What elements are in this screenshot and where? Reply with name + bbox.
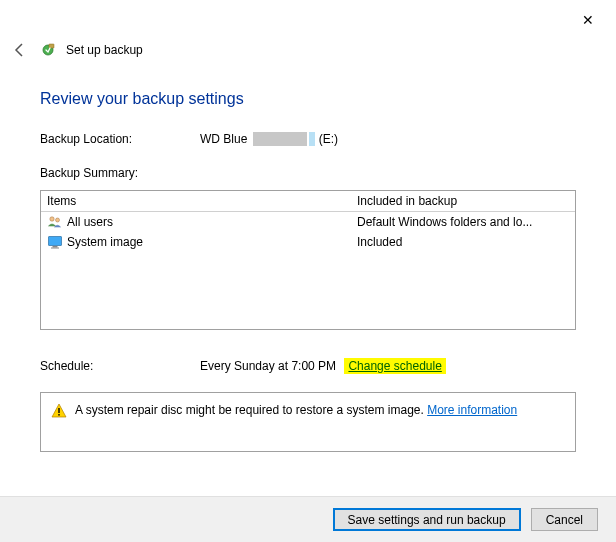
svg-rect-7 bbox=[58, 408, 59, 413]
window-title: Set up backup bbox=[66, 43, 143, 57]
svg-point-3 bbox=[56, 218, 60, 222]
location-label: Backup Location: bbox=[40, 132, 200, 146]
summary-header: Items Included in backup bbox=[41, 191, 575, 212]
users-icon bbox=[47, 214, 63, 230]
change-schedule-link[interactable]: Change schedule bbox=[347, 358, 442, 374]
back-button[interactable] bbox=[10, 40, 30, 60]
location-prefix: WD Blue bbox=[200, 132, 247, 146]
location-value: WD Blue (E:) bbox=[200, 132, 338, 146]
notice-text: A system repair disc might be required t… bbox=[75, 403, 424, 417]
warning-icon bbox=[51, 403, 67, 419]
svg-rect-6 bbox=[51, 248, 59, 249]
close-button[interactable]: ✕ bbox=[574, 8, 602, 32]
content-area: Review your backup settings Backup Locat… bbox=[0, 60, 616, 452]
header-bar: Set up backup bbox=[0, 0, 616, 60]
svg-rect-4 bbox=[49, 237, 62, 246]
col-header-included[interactable]: Included in backup bbox=[357, 194, 569, 208]
list-item[interactable]: System image Included bbox=[41, 232, 575, 252]
location-accent bbox=[309, 132, 315, 146]
svg-rect-5 bbox=[53, 246, 58, 248]
summary-label: Backup Summary: bbox=[40, 166, 576, 180]
item-name: All users bbox=[67, 215, 113, 229]
backup-location-row: Backup Location: WD Blue (E:) bbox=[40, 132, 576, 146]
schedule-row: Schedule: Every Sunday at 7:00 PM Change… bbox=[40, 358, 576, 374]
backup-app-icon bbox=[40, 42, 56, 58]
svg-rect-8 bbox=[58, 414, 59, 416]
location-drive: (E:) bbox=[319, 132, 338, 146]
schedule-highlight: Change schedule bbox=[344, 358, 446, 374]
schedule-value: Every Sunday at 7:00 PM bbox=[200, 359, 336, 373]
svg-point-2 bbox=[50, 217, 54, 221]
schedule-label: Schedule: bbox=[40, 359, 200, 373]
save-run-button[interactable]: Save settings and run backup bbox=[333, 508, 521, 531]
location-redacted-1 bbox=[247, 132, 250, 146]
dialog-window: ✕ Set up backup Review your backup setti… bbox=[0, 0, 616, 542]
more-info-link[interactable]: More information bbox=[427, 403, 517, 417]
page-heading: Review your backup settings bbox=[40, 90, 576, 108]
item-name: System image bbox=[67, 235, 143, 249]
monitor-icon bbox=[47, 234, 63, 250]
item-included: Included bbox=[357, 235, 569, 249]
location-masked bbox=[253, 132, 307, 146]
list-item[interactable]: All users Default Windows folders and lo… bbox=[41, 212, 575, 232]
cancel-button[interactable]: Cancel bbox=[531, 508, 598, 531]
notice-box: A system repair disc might be required t… bbox=[40, 392, 576, 452]
item-included: Default Windows folders and lo... bbox=[357, 215, 569, 229]
notice-text-line: A system repair disc might be required t… bbox=[75, 403, 517, 417]
summary-list: Items Included in backup All users bbox=[40, 190, 576, 330]
col-header-items[interactable]: Items bbox=[47, 194, 357, 208]
footer: Save settings and run backup Cancel bbox=[0, 496, 616, 542]
